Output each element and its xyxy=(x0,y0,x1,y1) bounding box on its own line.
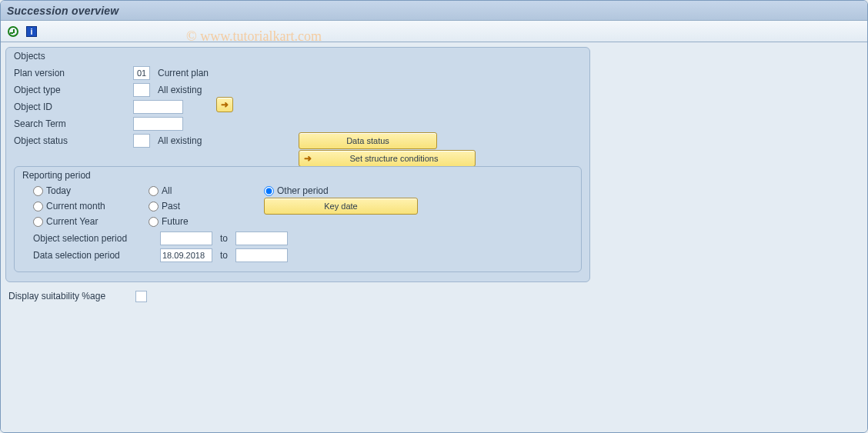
set-structure-label: Set structure conditions xyxy=(350,154,439,163)
radio-current-year-label: Current Year xyxy=(46,216,98,227)
key-date-button[interactable]: Key date xyxy=(264,198,418,215)
obj-sel-period-from-input[interactable] xyxy=(160,231,212,245)
arrow-right-icon: ➜ xyxy=(221,99,229,110)
reporting-period-groupbox: Reporting period Today All Other period … xyxy=(14,166,582,272)
radio-past-input[interactable] xyxy=(149,202,159,212)
info-icon: i xyxy=(26,26,37,37)
radio-today-label: Today xyxy=(46,185,71,196)
radio-all-label: All xyxy=(162,185,172,196)
object-status-label: Object status xyxy=(14,135,133,146)
radio-future[interactable]: Future xyxy=(149,216,264,227)
page-title: Succession overview xyxy=(7,5,119,17)
data-status-label: Data status xyxy=(346,136,389,145)
plan-version-input[interactable] xyxy=(133,66,150,80)
plan-version-desc: Current plan xyxy=(158,68,209,78)
search-term-label: Search Term xyxy=(14,118,133,129)
radio-all[interactable]: All xyxy=(149,185,264,196)
data-status-button[interactable]: Data status xyxy=(299,132,437,149)
radio-future-label: Future xyxy=(162,216,189,227)
data-sel-period-label: Data selection period xyxy=(33,250,160,261)
set-structure-button[interactable]: ➜ Set structure conditions xyxy=(299,150,476,167)
radio-current-year-input[interactable] xyxy=(33,217,43,227)
plan-version-label: Plan version xyxy=(14,68,133,78)
radio-other[interactable]: Other period xyxy=(264,185,433,196)
data-sel-period-from-input[interactable] xyxy=(160,248,212,262)
object-id-multiselect-button[interactable]: ➜ xyxy=(216,97,233,112)
obj-sel-period-label: Object selection period xyxy=(33,233,160,244)
info-button[interactable]: i xyxy=(24,24,39,39)
radio-today-input[interactable] xyxy=(33,186,43,196)
radio-today[interactable]: Today xyxy=(33,185,149,196)
titlebar: Succession overview xyxy=(1,1,867,21)
objects-group-title: Objects xyxy=(14,51,582,62)
display-suitability-label: Display suitability %age xyxy=(8,291,135,301)
search-term-input[interactable] xyxy=(133,117,183,131)
radio-other-input[interactable] xyxy=(264,186,274,196)
radio-future-input[interactable] xyxy=(149,217,159,227)
content-area: Objects Plan version Current plan Object… xyxy=(1,42,867,432)
object-status-input[interactable] xyxy=(133,134,150,148)
key-date-label: Key date xyxy=(324,202,357,211)
radio-past[interactable]: Past xyxy=(149,201,264,212)
radio-current-month-label: Current month xyxy=(46,201,105,212)
display-suitability-checkbox[interactable] xyxy=(135,291,147,302)
obj-sel-period-to-label: to xyxy=(220,233,228,244)
object-type-label: Object type xyxy=(14,85,133,95)
radio-current-month[interactable]: Current month xyxy=(33,201,149,212)
object-type-desc: All existing xyxy=(158,85,202,95)
data-sel-period-to-input[interactable] xyxy=(235,248,288,262)
object-status-desc: All existing xyxy=(158,135,202,146)
object-id-label: Object ID xyxy=(14,102,133,112)
execute-button[interactable] xyxy=(5,24,21,39)
app-toolbar: i xyxy=(1,21,867,42)
obj-sel-period-to-input[interactable] xyxy=(235,231,288,245)
radio-all-input[interactable] xyxy=(149,186,159,196)
object-type-input[interactable] xyxy=(133,83,150,97)
object-id-input[interactable] xyxy=(133,100,183,114)
objects-groupbox: Objects Plan version Current plan Object… xyxy=(5,47,590,282)
reporting-period-title: Reporting period xyxy=(22,170,573,181)
data-sel-period-to-label: to xyxy=(220,250,228,261)
radio-current-month-input[interactable] xyxy=(33,202,43,212)
arrow-right-icon: ➜ xyxy=(304,153,312,164)
radio-current-year[interactable]: Current Year xyxy=(33,216,149,227)
radio-other-label: Other period xyxy=(277,185,329,196)
radio-past-label: Past xyxy=(162,201,180,212)
clock-icon xyxy=(8,26,18,37)
